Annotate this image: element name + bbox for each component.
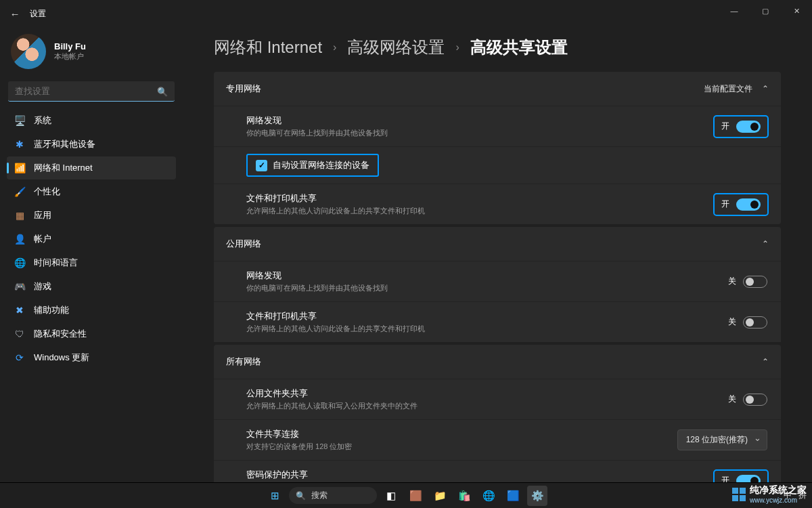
close-button[interactable]: ✕	[781, 0, 812, 22]
row-title: 文件和打印机共享	[246, 310, 425, 322]
taskbar-app-icon[interactable]: 🟦	[503, 486, 523, 506]
ime-indicator[interactable]: 中	[784, 490, 792, 501]
row-public-discovery: 网络发现 你的电脑可在网络上找到并由其他设备找到 关	[214, 261, 781, 301]
file-explorer-icon[interactable]: 📁	[430, 486, 450, 506]
taskbar-app-icon[interactable]: 🟫	[405, 486, 426, 506]
nav-label: 网络和 Internet	[34, 162, 93, 174]
chevron-up-icon: ⌃	[762, 84, 769, 93]
row-desc: 允许网络上的其他人读取和写入公用文件夹中的文件	[246, 401, 418, 411]
checkbox-icon: ✓	[256, 160, 267, 171]
maximize-button[interactable]: ▢	[750, 0, 781, 22]
nav-icon: ✱	[14, 138, 26, 150]
row-private-fileprint: 文件和打印机共享 允许网络上的其他人访问此设备上的共享文件和打印机 开	[214, 184, 781, 224]
ime-mode[interactable]: 拼	[798, 490, 807, 501]
toggle-state: 关	[728, 394, 736, 405]
back-button[interactable]: ←	[8, 7, 22, 20]
sidebar-item[interactable]: 🛡隐私和安全性	[7, 322, 176, 345]
nav-icon: ✖	[14, 304, 26, 316]
section-title: 公用网络	[226, 238, 261, 250]
taskbar-search-label: 搜索	[311, 490, 328, 501]
user-block[interactable]: Billy Fu 本地帐户	[7, 27, 176, 80]
window-controls: — ▢ ✕	[719, 0, 812, 22]
start-button[interactable]: ⊞	[265, 486, 285, 506]
chevron-right-icon: ›	[455, 41, 459, 54]
toggle-state: 开	[721, 121, 729, 132]
search-box[interactable]: 🔍	[8, 81, 175, 102]
section-title: 所有网络	[226, 356, 261, 368]
toggle-private-discovery[interactable]: 开	[715, 117, 767, 137]
nav-label: 辅助功能	[34, 304, 69, 316]
breadcrumb-current: 高级共享设置	[470, 37, 568, 58]
toggle-private-fileprint[interactable]: 开	[715, 194, 767, 215]
sidebar-item[interactable]: ✖辅助功能	[7, 299, 176, 322]
nav-label: 个性化	[34, 186, 60, 198]
nav-icon: 👤	[14, 233, 26, 245]
toggle-switch[interactable]	[743, 316, 767, 329]
current-profile-label: 当前配置文件	[704, 83, 752, 95]
store-icon[interactable]: 🛍️	[454, 486, 474, 506]
toggle-switch[interactable]	[743, 276, 767, 288]
row-all-connection: 文件共享连接 对支持它的设备使用 128 位加密 128 位加密(推荐)	[214, 419, 781, 460]
avatar	[11, 34, 46, 69]
nav-label: 系统	[34, 114, 51, 127]
nav-label: 应用	[34, 209, 51, 221]
section-private-header[interactable]: 专用网络 当前配置文件 ⌃	[214, 72, 781, 106]
edge-icon[interactable]: 🌐	[478, 486, 499, 506]
nav-icon: 🖥️	[14, 114, 26, 127]
nav-icon: 🎮	[14, 280, 26, 293]
chevron-up-icon: ⌃	[762, 357, 769, 366]
toggle-switch[interactable]	[736, 198, 761, 211]
sidebar-item[interactable]: ▦应用	[7, 204, 176, 227]
sidebar-item[interactable]: 🖌️个性化	[7, 180, 176, 203]
toggle-state: 关	[728, 276, 736, 287]
row-title: 网络发现	[246, 114, 388, 127]
nav-icon: 🛡	[14, 328, 26, 340]
nav-label: 游戏	[34, 280, 51, 293]
minimize-button[interactable]: —	[719, 0, 750, 22]
sidebar-item[interactable]: 👤帐户	[7, 228, 176, 251]
row-title: 网络发现	[246, 270, 388, 282]
checkbox-autoset[interactable]: ✓ 自动设置网络连接的设备	[246, 154, 379, 177]
user-name: Billy Fu	[54, 41, 86, 51]
search-input[interactable]	[8, 81, 175, 102]
row-all-publicfolder: 公用文件夹共享 允许网络上的其他人读取和写入公用文件夹中的文件 关	[214, 379, 781, 419]
section-all-header[interactable]: 所有网络 ⌃	[214, 345, 781, 379]
tray-chevron-icon[interactable]: ˄	[773, 491, 777, 501]
sidebar-item[interactable]: 🖥️系统	[7, 109, 176, 132]
row-desc: 你的电脑可在网络上找到并由其他设备找到	[246, 283, 388, 293]
section-public-header[interactable]: 公用网络 ⌃	[214, 227, 781, 261]
search-icon: 🔍	[157, 87, 168, 97]
checkbox-label: 自动设置网络连接的设备	[273, 159, 369, 171]
system-tray[interactable]: ˄ 中 拼	[773, 490, 807, 501]
row-private-discovery: 网络发现 你的电脑可在网络上找到并由其他设备找到 开	[214, 106, 781, 146]
section-private: 专用网络 当前配置文件 ⌃ 网络发现 你的电脑可在网络上找到并由其他设备找到 开	[214, 72, 781, 224]
sidebar-item[interactable]: 🌐时间和语言	[7, 251, 176, 274]
toggle-all-publicfolder[interactable]: 关	[728, 394, 767, 406]
row-desc: 允许网络上的其他人访问此设备上的共享文件和打印机	[246, 206, 425, 216]
sidebar-item[interactable]: 🎮游戏	[7, 275, 176, 298]
main-content: 网络和 Internet › 高级网络设置 › 高级共享设置 专用网络 当前配置…	[183, 27, 812, 508]
chevron-right-icon: ›	[333, 41, 336, 54]
toggle-public-discovery[interactable]: 关	[728, 276, 767, 288]
nav-label: 帐户	[34, 233, 51, 245]
titlebar: ← 设置	[0, 0, 812, 27]
nav-label: 蓝牙和其他设备	[34, 138, 95, 150]
taskbar-search[interactable]: 🔍 搜索	[289, 487, 377, 504]
dropdown-encryption[interactable]: 128 位加密(推荐)	[677, 429, 767, 450]
sidebar-item[interactable]: ⟳Windows 更新	[7, 346, 176, 369]
row-desc: 对支持它的设备使用 128 位加密	[246, 442, 352, 452]
toggle-switch[interactable]	[743, 394, 767, 406]
breadcrumb-advanced[interactable]: 高级网络设置	[347, 37, 445, 58]
row-title: 文件共享连接	[246, 428, 352, 440]
nav-label: Windows 更新	[34, 352, 89, 364]
breadcrumb-network[interactable]: 网络和 Internet	[214, 37, 322, 58]
user-subtitle: 本地帐户	[54, 51, 86, 62]
sidebar-item[interactable]: ✱蓝牙和其他设备	[7, 133, 176, 156]
settings-icon[interactable]: ⚙️	[527, 486, 547, 506]
row-public-fileprint: 文件和打印机共享 允许网络上的其他人访问此设备上的共享文件和打印机 关	[214, 301, 781, 342]
toggle-switch[interactable]	[736, 121, 761, 133]
sidebar-item[interactable]: 📶网络和 Internet	[7, 156, 176, 179]
sidebar: Billy Fu 本地帐户 🔍 🖥️系统✱蓝牙和其他设备📶网络和 Interne…	[0, 27, 183, 508]
task-view-icon[interactable]: ◧	[381, 486, 401, 506]
toggle-public-fileprint[interactable]: 关	[728, 316, 767, 329]
